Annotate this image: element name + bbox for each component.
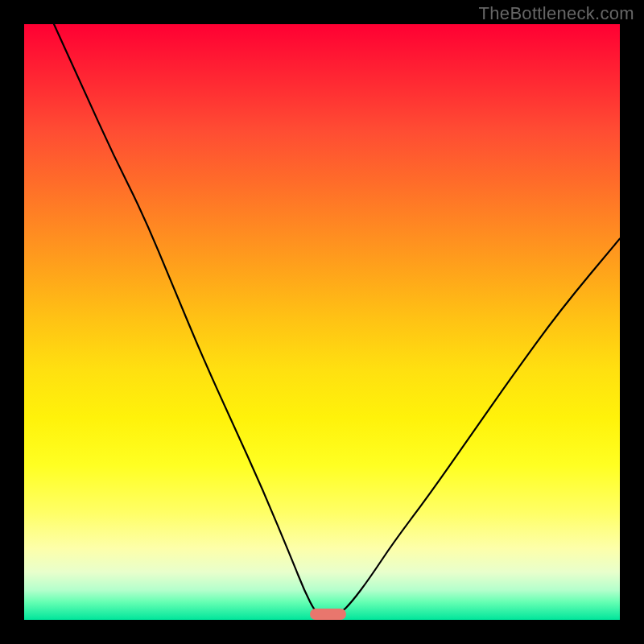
bottleneck-curve-svg (24, 24, 620, 620)
optimal-point-marker (310, 609, 345, 620)
plot-area (24, 24, 620, 620)
chart-frame: TheBottleneck.com (0, 0, 644, 644)
bottleneck-curve (54, 24, 620, 618)
watermark-text: TheBottleneck.com (479, 3, 634, 24)
